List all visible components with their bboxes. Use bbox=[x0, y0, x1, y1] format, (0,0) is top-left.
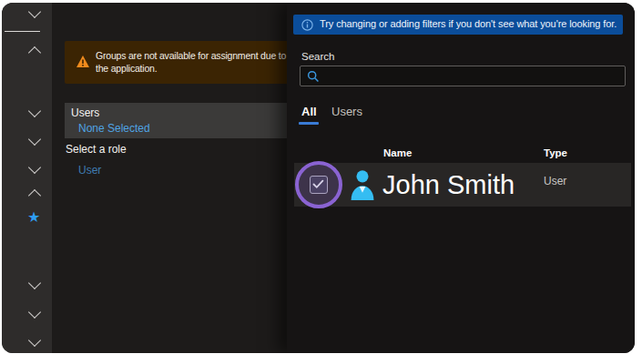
warning-icon bbox=[76, 56, 89, 67]
add-assignment-pane: Groups are not available for assignment … bbox=[52, 3, 298, 353]
users-selector[interactable]: Users None Selected bbox=[65, 103, 298, 138]
chevron-down-icon[interactable] bbox=[28, 306, 41, 318]
none-selected-link[interactable]: None Selected bbox=[78, 122, 150, 135]
column-header-type: Type bbox=[544, 147, 567, 158]
chevron-up-icon[interactable] bbox=[28, 46, 41, 59]
tab-users[interactable]: Users bbox=[331, 105, 362, 118]
row-user-name: John Smith bbox=[382, 163, 515, 207]
warning-line-1: Groups are not available for assignment … bbox=[96, 49, 292, 62]
info-banner: Try changing or adding filters if you do… bbox=[293, 15, 623, 35]
chevron-down-icon[interactable] bbox=[28, 334, 41, 347]
column-header-name: Name bbox=[383, 147, 412, 158]
chevron-up-icon[interactable] bbox=[28, 189, 41, 202]
user-row[interactable]: John Smith User bbox=[294, 163, 631, 207]
users-selector-label: Users bbox=[71, 106, 99, 119]
users-picker-panel: Try changing or adding filters if you do… bbox=[287, 3, 635, 353]
row-checkbox[interactable] bbox=[310, 176, 328, 194]
info-icon bbox=[301, 19, 313, 31]
row-user-type: User bbox=[544, 175, 566, 187]
chevron-down-icon[interactable] bbox=[28, 277, 41, 289]
sidebar: ★ bbox=[2, 3, 52, 353]
warning-line-2: the application. bbox=[96, 62, 292, 75]
chevron-down-icon[interactable] bbox=[28, 5, 41, 18]
person-icon bbox=[348, 169, 377, 200]
warning-banner: Groups are not available for assignment … bbox=[65, 41, 294, 84]
search-label: Search bbox=[301, 51, 334, 62]
active-tab-underline bbox=[299, 122, 319, 125]
divider bbox=[5, 31, 40, 32]
search-input[interactable] bbox=[322, 67, 622, 85]
info-banner-text: Try changing or adding filters if you do… bbox=[320, 18, 617, 29]
select-role-label: Select a role bbox=[66, 143, 127, 156]
tab-all[interactable]: All bbox=[301, 105, 317, 118]
checkmark-icon bbox=[312, 179, 324, 189]
star-icon[interactable]: ★ bbox=[27, 210, 40, 225]
warning-text: Groups are not available for assignment … bbox=[96, 49, 292, 75]
chevron-down-icon[interactable] bbox=[28, 133, 41, 146]
search-icon bbox=[307, 70, 320, 83]
azure-portal-window: ★ Groups are not available for assignmen… bbox=[2, 3, 635, 353]
chevron-down-icon[interactable] bbox=[28, 105, 41, 117]
role-link[interactable]: User bbox=[78, 164, 101, 177]
chevron-down-icon[interactable] bbox=[28, 161, 41, 174]
search-box[interactable] bbox=[300, 66, 626, 86]
